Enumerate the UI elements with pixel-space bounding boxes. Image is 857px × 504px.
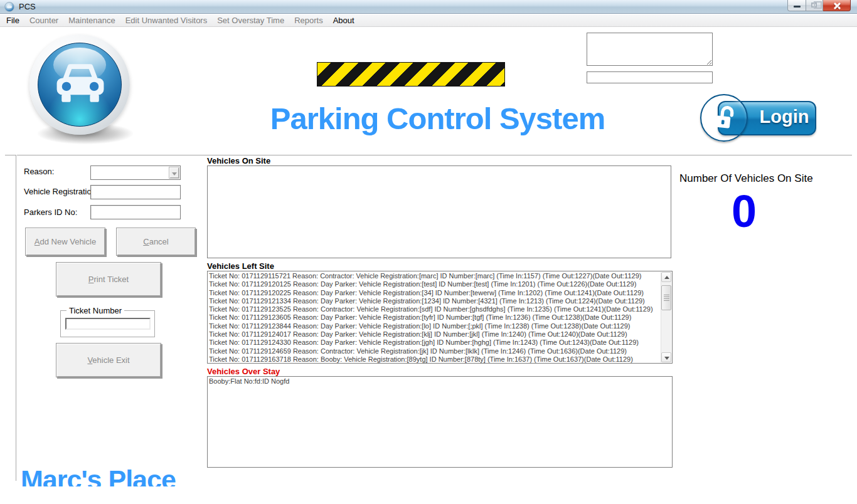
list-item[interactable]: Ticket No: 0171129123525 Reason: Contrac… (209, 305, 660, 313)
cancel-button: Cancel (116, 228, 196, 256)
login-button-label: Login (755, 107, 813, 127)
site-name: Marc's Place (21, 464, 221, 486)
list-item[interactable]: Ticket No: 0171129123605 Reason: Day Par… (209, 313, 660, 322)
menu-file[interactable]: File (1, 14, 24, 27)
reason-dropdown-value (90, 165, 181, 180)
list-item[interactable]: Ticket No: 0171129124659 Reason: Contrac… (209, 347, 660, 355)
arrow-down-icon (664, 357, 669, 360)
add-new-vehicle-label: Add New Vehicle (35, 237, 96, 246)
menu-edit-unwanted-visitors: Edit Unwanted Visitors (120, 14, 213, 27)
chevron-down-icon (172, 172, 177, 176)
car-icon (50, 60, 110, 110)
window-controls (787, 0, 851, 11)
vehicle-exit-label: Vehicle Exit (87, 355, 129, 365)
reason-dropdown-button (169, 167, 179, 179)
scroll-down-button[interactable] (661, 352, 671, 362)
maximize-icon (811, 3, 817, 8)
login-button[interactable]: Login (700, 94, 817, 142)
vertical-scrollbar[interactable] (661, 272, 671, 362)
footer: Marc's Place (21, 464, 221, 486)
vehicle-registration-label: Vehicle Registration: (24, 187, 98, 196)
cancel-label: Cancel (143, 237, 168, 246)
close-button[interactable] (823, 0, 851, 11)
ticket-number-group-label: Ticket Number (67, 306, 124, 315)
print-ticket-label: Print Ticket (88, 275, 129, 284)
window-title: PCS (19, 2, 36, 11)
minimize-button[interactable] (787, 0, 806, 11)
vehicle-count-value: 0 (681, 186, 807, 237)
vehicles-over-stay-label: Vehicles Over Stay (207, 367, 280, 376)
vehicle-registration-input[interactable] (90, 185, 181, 199)
login-entry-field[interactable] (587, 71, 713, 83)
car-logo-sphere (38, 43, 122, 127)
thumb-grip-icon (664, 295, 669, 301)
login-button-circle (700, 94, 748, 142)
car-logo (29, 34, 130, 135)
maximize-button (806, 0, 823, 11)
minimize-icon (794, 6, 801, 8)
list-item[interactable]: Ticket No: 0171129115721 Reason: Contrac… (209, 272, 660, 280)
vehicles-on-site-list[interactable] (207, 165, 671, 258)
list-item[interactable]: Ticket No: 0171129124017 Reason: Day Par… (209, 330, 660, 339)
scrollbar-thumb[interactable] (661, 285, 671, 310)
panel-top-border (5, 155, 852, 156)
menu-counter: Counter (24, 14, 63, 27)
vehicles-on-site-label: Vehicles On Site (207, 156, 270, 165)
menubar: File Counter Maintenance Edit Unwanted V… (0, 14, 857, 27)
vehicles-left-site-label: Vehicles Left Site (207, 261, 274, 271)
parkers-id-label: Parkers ID No: (24, 207, 77, 217)
list-item[interactable]: Ticket No: 0171129120125 Reason: Day Par… (209, 280, 660, 288)
menu-about[interactable]: About (328, 14, 359, 27)
unlock-icon (711, 103, 739, 133)
ticket-number-input[interactable] (65, 318, 151, 330)
parkers-id-input[interactable] (90, 205, 181, 219)
menu-maintenance: Maintenance (63, 14, 120, 27)
vehicle-count-label: Number Of Vehicles On Site (679, 172, 813, 185)
app-icon (4, 2, 14, 12)
vehicle-exit-button: Vehicle Exit (56, 343, 161, 377)
add-new-vehicle-button: Add New Vehicle (25, 228, 105, 256)
hazard-stripe (317, 62, 505, 87)
scroll-up-button[interactable] (661, 272, 671, 282)
list-item[interactable]: Ticket No: 0171129121334 Reason: Day Par… (209, 297, 660, 305)
menu-reports: Reports (289, 14, 328, 27)
login-display-box[interactable] (587, 33, 713, 66)
close-icon (833, 5, 841, 6)
window-titlebar[interactable]: PCS (0, 0, 857, 14)
app-title: Parking Control System (207, 99, 668, 138)
list-item[interactable]: Ticket No: 0171129163718 Reason: Booby: … (209, 355, 660, 364)
reason-label: Reason: (24, 167, 54, 176)
pcs-window: PCS File Counter Maintenance Edit Unwant… (0, 0, 857, 504)
arrow-up-icon (664, 276, 669, 279)
ticket-number-group: Ticket Number (60, 310, 155, 337)
list-item[interactable]: Ticket No: 0171129120225 Reason: Day Par… (209, 289, 660, 297)
print-ticket-button: Print Ticket (56, 262, 161, 297)
menu-set-overstay-time: Set Overstay Time (212, 14, 289, 27)
vehicles-over-stay-list[interactable]: Booby:Flat No:fd:ID Nogfd (207, 376, 673, 468)
list-item[interactable]: Ticket No: 0171129124330 Reason: Day Par… (209, 339, 660, 347)
panel-left-border (16, 155, 17, 481)
reason-dropdown[interactable] (90, 165, 181, 180)
list-item[interactable]: Ticket No: 0171129123844 Reason: Day Par… (209, 322, 660, 330)
list-item[interactable]: Booby:Flat No:fd:ID Nogfd (209, 377, 672, 386)
vehicles-left-site-list[interactable]: Ticket No: 0171129115721 Reason: Contrac… (207, 271, 673, 364)
